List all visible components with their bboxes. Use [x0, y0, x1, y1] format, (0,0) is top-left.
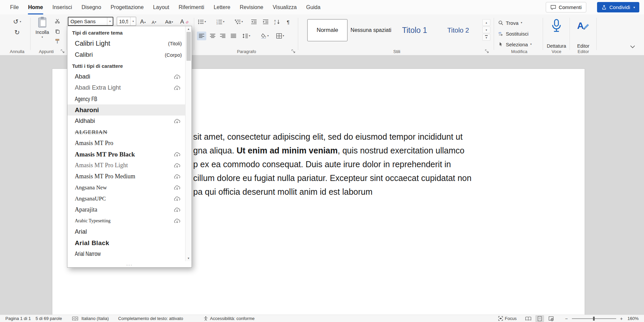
zoom-level[interactable]: 160%	[628, 316, 639, 321]
increase-indent-button[interactable]	[261, 17, 270, 26]
tab-revisione[interactable]: Revisione	[235, 0, 268, 14]
font-option-angsanaupc[interactable]: AngsanaUPC	[67, 193, 185, 204]
chevron-down-icon[interactable]: ▾	[521, 21, 522, 24]
chevron-down-icon[interactable]: ▾	[205, 20, 206, 23]
share-button[interactable]: Condividi ▾	[597, 2, 639, 12]
chevron-down-icon[interactable]: ▾	[633, 6, 635, 9]
font-size-combobox[interactable]: ▾	[117, 17, 136, 26]
zoom-in-button[interactable]: +	[619, 316, 624, 321]
grow-font-button[interactable]: A ▴	[138, 17, 148, 26]
dictate-button[interactable]	[544, 18, 569, 33]
style-normale[interactable]: Normale	[307, 19, 347, 41]
font-option-abadi[interactable]: Abadi	[67, 71, 185, 82]
scrollbar-thumb[interactable]	[186, 32, 191, 61]
borders-button[interactable]: ▾	[274, 32, 286, 40]
font-option-arabic-typesetting[interactable]: Arabic Typesetting	[67, 215, 185, 226]
paste-button[interactable]: Incolla ▾	[33, 16, 52, 47]
font-option-amasis-mt-pro-light[interactable]: Amasis MT Pro Light	[67, 160, 185, 171]
chevron-down-icon[interactable]: ▾	[283, 35, 284, 37]
replace-button[interactable]: Sostituisci	[498, 30, 529, 38]
tab-layout[interactable]: Layout	[148, 0, 174, 14]
bullets-button[interactable]: ▾	[196, 17, 208, 26]
font-name-combobox[interactable]: ▾	[68, 17, 113, 26]
clipboard-dialog-launcher[interactable]	[60, 49, 65, 53]
scroll-down-arrow[interactable]: ▼	[185, 256, 192, 261]
cut-button[interactable]	[53, 17, 62, 25]
tab-home[interactable]: Home	[23, 0, 48, 14]
chevron-down-icon[interactable]: ▾	[223, 20, 224, 23]
style-titolo-1[interactable]: Titolo 1	[394, 19, 435, 41]
font-option-aldhabi[interactable]: Aldhabi	[67, 116, 185, 127]
zoom-slider-thumb[interactable]	[593, 317, 595, 321]
line-spacing-button[interactable]: ▾	[240, 32, 253, 40]
tab-riferimenti[interactable]: Riferimenti	[174, 0, 209, 14]
chevron-down-icon[interactable]: ▾	[20, 20, 21, 23]
decrease-indent-button[interactable]	[249, 17, 259, 26]
collapse-ribbon-button[interactable]	[630, 45, 635, 48]
style-nessuna-spaziatura[interactable]: Nessuna spaziati	[351, 19, 391, 41]
editor-button[interactable]	[571, 18, 596, 32]
web-layout-button[interactable]	[547, 315, 555, 322]
read-mode-button[interactable]	[524, 315, 533, 322]
font-name-input[interactable]	[68, 17, 107, 25]
dropdown-resize-grip[interactable]: ···	[67, 262, 192, 267]
sort-button[interactable]	[272, 17, 282, 26]
undo-button[interactable]: ↺ ▾	[4, 18, 30, 25]
font-option-angsana-new[interactable]: Angsana New	[67, 182, 185, 193]
chevron-down-icon[interactable]: ▾	[267, 35, 269, 37]
tab-progettazione[interactable]: Progettazione	[106, 0, 149, 14]
font-option-abadi-extra-light[interactable]: Abadi Extra Light	[67, 82, 185, 93]
tab-inserisci[interactable]: Inserisci	[48, 0, 77, 14]
format-painter-button[interactable]	[53, 37, 62, 45]
shrink-font-button[interactable]: A ▾	[149, 17, 159, 26]
font-option-amasis-mt-pro-medium[interactable]: Amasis MT Pro Medium	[67, 171, 185, 182]
scroll-up-arrow[interactable]: ▲	[185, 26, 192, 32]
chevron-down-icon[interactable]: ▾	[42, 36, 43, 39]
shading-button[interactable]: ▾	[258, 32, 271, 40]
font-option-aparajita[interactable]: Aparajita	[67, 204, 185, 215]
find-button[interactable]: Trova ▾	[498, 19, 522, 27]
language-indicator[interactable]: Italiano (Italia)	[82, 316, 109, 321]
chevron-down-icon[interactable]: ▾	[107, 17, 113, 25]
font-option-amasis-mt-pro-black[interactable]: Amasis MT Pro Black	[67, 149, 185, 160]
styles-scroll-down-button[interactable]: ▾	[482, 27, 490, 33]
word-count[interactable]: 5 di 69 parole	[36, 316, 62, 321]
focus-mode-button[interactable]: Focus	[498, 316, 517, 321]
styles-scroll-up-button[interactable]: ▴	[482, 19, 490, 26]
font-option-arial-black[interactable]: Arial Black	[67, 237, 185, 248]
chevron-down-icon[interactable]: ▾	[241, 20, 243, 23]
numbering-button[interactable]: ▾	[214, 17, 226, 26]
paragraph-dialog-launcher[interactable]	[291, 49, 296, 53]
align-center-button[interactable]	[208, 32, 217, 40]
copy-button[interactable]	[53, 27, 62, 35]
zoom-slider[interactable]	[572, 315, 616, 322]
comments-button[interactable]: Commenti	[546, 2, 586, 12]
multilevel-list-button[interactable]: ▾	[233, 17, 245, 26]
redo-button[interactable]: ↻	[4, 29, 30, 36]
accessibility-status[interactable]: Accessibilità: conforme	[203, 316, 255, 321]
font-option-agency-fb[interactable]: Agency FB	[67, 93, 185, 104]
tab-disegno[interactable]: Disegno	[77, 0, 106, 14]
style-titolo-2[interactable]: Titolo 2	[438, 19, 478, 41]
show-formatting-marks-button[interactable]: ¶	[284, 17, 292, 26]
align-left-button[interactable]	[197, 32, 206, 40]
font-option-arial-narrow[interactable]: Arial Narrow	[67, 248, 185, 260]
font-option-algerian[interactable]: ALGERIAN	[67, 127, 185, 138]
styles-gallery-more-button[interactable]: ▾	[482, 34, 490, 41]
tab-guida[interactable]: Guida	[302, 0, 325, 14]
clear-formatting-button[interactable]: A	[179, 17, 190, 26]
tab-file[interactable]: File	[5, 0, 23, 14]
font-option-calibri-light[interactable]: Calibri Light (Titoli)	[67, 38, 185, 49]
zoom-out-button[interactable]: −	[564, 316, 569, 321]
font-option-arial[interactable]: Arial	[67, 226, 185, 237]
font-size-input[interactable]	[117, 17, 130, 26]
chevron-down-icon[interactable]: ▾	[130, 17, 136, 26]
font-option-calibri[interactable]: Calibri (Corpo)	[67, 49, 185, 60]
justify-button[interactable]	[229, 32, 238, 40]
font-option-amasis-mt-pro[interactable]: Amasis MT Pro	[67, 138, 185, 149]
text-completion-status[interactable]: Completamento del testo: attivato	[118, 316, 183, 321]
chevron-down-icon[interactable]: ▾	[249, 35, 250, 37]
dropdown-scrollbar[interactable]: ▲ ▼	[185, 26, 192, 261]
proofing-status[interactable]	[72, 316, 78, 321]
chevron-down-icon[interactable]: ▾	[530, 43, 532, 46]
